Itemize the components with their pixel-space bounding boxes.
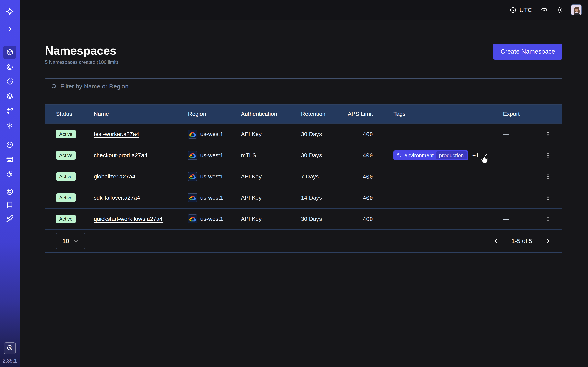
arrow-left-icon — [493, 237, 501, 245]
sidebar: 2.35.1 — [0, 0, 20, 367]
region-label: us-west1 — [200, 216, 223, 222]
layers-icon — [6, 92, 14, 100]
gcp-icon — [188, 130, 197, 139]
retention-value: 30 Days — [301, 216, 348, 222]
sidebar-item-usage[interactable] — [3, 138, 16, 151]
col-retention: Retention — [301, 111, 348, 117]
export-value: — — [499, 131, 534, 137]
tag-more-count: +1 — [472, 152, 479, 159]
sidebar-item-nexus[interactable] — [3, 119, 16, 132]
spiral-icon — [6, 63, 14, 71]
page-header: Namespaces 5 Namespaces created (100 lim… — [45, 44, 562, 65]
sidebar-item-deployments[interactable] — [3, 104, 16, 117]
page-size-select[interactable]: 10 — [56, 233, 85, 249]
table-row: Active globalizer.a27a4 us-west1 API Key… — [45, 166, 562, 187]
sidebar-item-docs[interactable] — [3, 199, 16, 212]
sidebar-nav-primary — [3, 46, 16, 132]
gauge-icon — [6, 141, 14, 149]
col-name: Name — [94, 111, 188, 117]
theme-toggle-button[interactable] — [553, 4, 566, 16]
gcp-icon — [188, 215, 197, 224]
sidebar-item-schedules[interactable] — [3, 75, 16, 88]
sidebar-item-workflows[interactable] — [3, 60, 16, 73]
namespace-link[interactable]: globalizer.a27a4 — [94, 173, 135, 180]
aps-value: 400 — [348, 174, 373, 180]
aps-value: 400 — [348, 216, 373, 222]
sidebar-item-namespaces[interactable] — [3, 46, 16, 59]
row-menu-button[interactable] — [543, 171, 553, 182]
sidebar-nav-account — [3, 138, 16, 181]
sidebar-expand-button[interactable] — [3, 22, 16, 35]
retention-value: 30 Days — [301, 131, 348, 137]
namespace-link[interactable]: quickstart-workflows.a27a4 — [94, 216, 163, 222]
credits-button[interactable] — [4, 342, 16, 354]
main-content: Namespaces 5 Namespaces created (100 lim… — [20, 21, 588, 367]
create-namespace-button[interactable]: Create Namespace — [493, 44, 562, 59]
row-menu-button[interactable] — [543, 193, 553, 203]
topbar: UTC — [20, 0, 588, 20]
glasses-icon — [541, 7, 548, 13]
status-badge: Active — [56, 193, 76, 202]
credit-card-icon — [6, 156, 14, 163]
namespaces-table: Status Name Region Authentication Retent… — [45, 104, 562, 253]
namespace-link[interactable]: checkout-prod.a27a4 — [94, 152, 147, 158]
page-size-value: 10 — [62, 238, 69, 244]
prev-page-button[interactable] — [492, 236, 502, 246]
kebab-icon — [545, 195, 551, 201]
sidebar-item-get-started[interactable] — [3, 212, 16, 225]
timezone-button[interactable]: UTC — [507, 4, 535, 16]
gcp-icon — [188, 193, 197, 202]
tag-pill[interactable]: environment production — [393, 150, 468, 160]
export-value: — — [499, 194, 534, 201]
labs-mode-button[interactable] — [538, 4, 550, 16]
asterisk-icon — [6, 122, 14, 129]
kebab-icon — [545, 131, 551, 137]
table-pagination: 10 1-5 of 5 — [45, 229, 562, 252]
retention-value: 14 Days — [301, 194, 348, 201]
tags-expand-button[interactable] — [482, 152, 488, 158]
table-row: Active test-worker.a27a4 us-west1 API Ke… — [45, 123, 562, 145]
search-icon — [51, 83, 57, 90]
branch-icon — [6, 107, 14, 115]
temporal-logo[interactable] — [3, 5, 16, 18]
sidebar-item-settings[interactable] — [3, 167, 16, 181]
export-value: — — [499, 173, 534, 180]
avatar-image — [571, 5, 582, 16]
next-page-button[interactable] — [541, 236, 552, 246]
sidebar-item-support[interactable] — [3, 185, 16, 198]
export-value: — — [499, 152, 534, 159]
namespace-filter[interactable] — [45, 78, 562, 94]
cube-icon — [6, 48, 14, 56]
dollar-seal-icon — [6, 345, 13, 352]
retention-value: 7 Days — [301, 173, 348, 180]
rocket-icon — [6, 215, 14, 222]
retention-value: 30 Days — [301, 152, 348, 159]
page-title: Namespaces — [45, 44, 118, 57]
gcp-icon — [188, 151, 197, 160]
row-menu-button[interactable] — [543, 214, 553, 224]
namespace-link[interactable]: test-worker.a27a4 — [94, 131, 139, 137]
row-menu-button[interactable] — [543, 150, 553, 160]
col-status: Status — [45, 111, 94, 117]
chevron-down-icon — [482, 152, 488, 158]
clock-icon — [510, 7, 517, 13]
auth-value: API Key — [241, 131, 301, 137]
sidebar-divider — [5, 135, 14, 135]
namespace-link[interactable]: sdk-failover.a27a4 — [94, 194, 140, 201]
aps-value: 400 — [348, 131, 373, 137]
tag-icon — [397, 153, 402, 158]
sidebar-nav-help — [3, 185, 16, 225]
table-row: Active quickstart-workflows.a27a4 us-wes… — [45, 208, 562, 229]
sun-icon — [556, 7, 563, 13]
search-input[interactable] — [61, 83, 557, 90]
col-tags: Tags — [373, 111, 499, 117]
row-menu-button[interactable] — [543, 129, 553, 139]
sidebar-item-batch-operations[interactable] — [3, 90, 16, 103]
aps-value: 400 — [348, 152, 373, 159]
col-export: Export — [499, 111, 534, 117]
region-label: us-west1 — [200, 194, 223, 201]
user-menu-button[interactable] — [571, 4, 582, 16]
aps-value: 400 — [348, 195, 373, 201]
sidebar-item-billing[interactable] — [3, 153, 16, 166]
col-aps-limit: APS Limit — [348, 111, 373, 117]
